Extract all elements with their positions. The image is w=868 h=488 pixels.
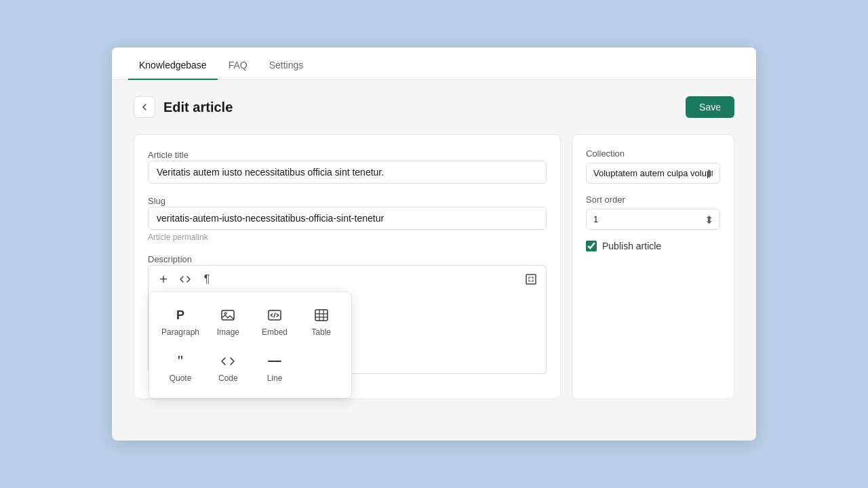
sort-order-label: Sort order [586,195,720,205]
line-icon [267,353,283,369]
slug-group: Slug Article permalink [148,195,547,242]
page-title: Edit article [163,100,233,115]
insert-line[interactable]: Line [253,346,297,390]
embed-icon [267,307,283,323]
slug-label: Slug [148,196,165,206]
quote-label: Quote [170,373,192,383]
code-view-button[interactable] [176,270,195,289]
permalink-hint: Article permalink [148,232,547,242]
insert-table[interactable]: Table [299,300,343,344]
top-nav: Knowledgebase FAQ Settings [112,47,756,80]
sort-order-input[interactable] [586,209,720,230]
left-column: Article title Slug Article permalink Des… [134,134,561,399]
svg-rect-0 [526,274,536,284]
code-icon [180,274,191,285]
table-label: Table [311,327,331,337]
embed-label: Embed [262,327,288,337]
table-icon [313,307,330,323]
svg-rect-4 [315,310,328,321]
paragraph-icon: P [172,307,189,323]
article-title-label: Article title [148,150,189,160]
code-label: Code [218,373,238,383]
slug-input[interactable] [148,207,547,230]
page-header: Edit article Save [134,96,734,118]
article-title-group: Article title [148,148,547,184]
insert-code[interactable]: Code [206,346,250,390]
code-block-icon [220,353,236,369]
publish-label: Publish article [602,241,661,251]
image-icon [220,307,236,323]
insert-embed[interactable]: Embed [253,300,297,344]
description-group: Description + ¶ [148,253,547,374]
content-columns: Article title Slug Article permalink Des… [134,134,734,399]
svg-rect-1 [222,310,234,320]
insert-image[interactable]: Image [206,300,250,344]
page-header-left: Edit article [134,96,233,118]
collection-group: Collection Voluptatem autem culpa volupt… [586,148,720,184]
back-arrow-icon [139,102,150,113]
tab-faq[interactable]: FAQ [218,52,258,80]
description-label: Description [148,254,192,264]
sort-order-group: Sort order ⬍ [586,195,720,230]
description-toolbar: + ¶ [148,265,547,293]
main-content: Edit article Save Article title Slug Art… [112,80,756,415]
line-label: Line [267,373,283,383]
back-button[interactable] [134,96,155,118]
publish-checkbox[interactable] [586,241,597,251]
paragraph-label: Paragraph [161,327,199,337]
collection-label: Collection [586,148,720,159]
right-column: Collection Voluptatem autem culpa volupt… [572,134,734,399]
fullscreen-button[interactable] [521,270,540,289]
paragraph-button[interactable]: ¶ [197,270,216,289]
expand-icon [526,274,536,285]
insert-button[interactable]: + [154,270,173,289]
insert-dropdown: P Paragraph [149,291,352,399]
quote-icon: " [172,353,189,369]
image-label: Image [217,327,239,337]
publish-row: Publish article [586,241,720,251]
tab-settings[interactable]: Settings [258,52,315,80]
svg-point-2 [224,312,226,314]
tab-knowledgebase[interactable]: Knowledgebase [128,52,218,80]
article-title-input[interactable] [148,161,547,184]
insert-paragraph[interactable]: P Paragraph [157,300,203,344]
insert-quote[interactable]: " Quote [157,346,203,390]
collection-select[interactable]: Voluptatem autem culpa voluptas... [586,163,720,184]
save-button[interactable]: Save [686,96,734,118]
